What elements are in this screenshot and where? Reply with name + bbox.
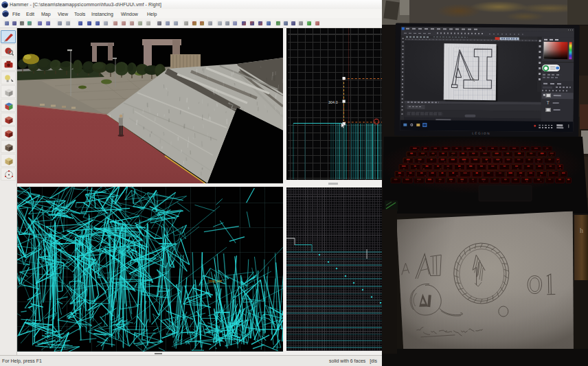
svg-text:304.0: 304.0 xyxy=(328,100,338,104)
svg-text:prop_stat: prop_stat xyxy=(209,279,223,283)
